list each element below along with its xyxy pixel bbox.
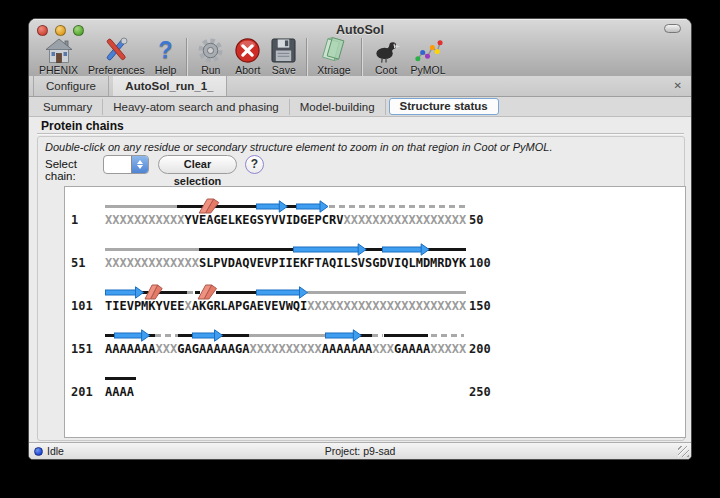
sequence-segment[interactable]: AKGRLAPGAEVEVWQI (192, 299, 308, 313)
structure-unmodeled-line[interactable] (105, 205, 177, 208)
tab-summary[interactable]: Summary (33, 99, 103, 115)
structure-helix-ribbon[interactable] (197, 284, 219, 300)
toolbar-label: Run (201, 64, 220, 76)
toolbar-toggle-button[interactable] (664, 24, 681, 33)
row-start-number: 1 (71, 213, 78, 227)
abort-button[interactable]: Abort (229, 36, 266, 76)
structure-disordered-dash[interactable] (372, 334, 383, 337)
molecule-icon (414, 37, 443, 64)
structure-loop-line[interactable] (221, 334, 251, 337)
sequence-segment[interactable]: SLPVDAQVEVPIIEKFTAQILSVSGDVIQLMDMRDYK (199, 256, 466, 270)
sequence-segment[interactable]: GAAAA (394, 342, 430, 356)
project-label: Project: p9-sad (29, 445, 691, 457)
structure-unmodeled-line[interactable] (105, 248, 199, 251)
tab-model-building[interactable]: Model-building (290, 99, 386, 115)
sequence-segment[interactable]: XXXXXXXXXXXXXXXXX (343, 213, 466, 227)
chain-select[interactable] (103, 155, 149, 174)
structure-disordered-dash[interactable] (155, 334, 179, 337)
select-chain-label: Select chain: (45, 158, 77, 182)
sequence-segment[interactable]: XXXXXXXXXX (250, 342, 322, 356)
row-end-number: 150 (469, 299, 491, 313)
sequence-text: XXXXXXXXXXXYVEAGELKEGSYVVIDGEPCRVXXXXXXX… (105, 213, 466, 227)
screen-background: AutoSol PHENIX (0, 0, 720, 498)
structure-unmodeled-line[interactable] (307, 291, 466, 294)
row-end-number: 250 (469, 385, 491, 399)
bird-icon (372, 37, 401, 64)
sequence-row: 201250AAAA (65, 369, 685, 412)
structure-disordered-dash[interactable] (187, 291, 194, 294)
structure-strand-arrow[interactable] (105, 286, 144, 299)
structure-loop-line[interactable] (216, 291, 258, 294)
house-icon (45, 37, 73, 64)
clear-selection-button[interactable]: Clear selection (158, 155, 237, 174)
tab-structure-status[interactable]: Structure status (389, 98, 499, 115)
structure-unmodeled-line[interactable] (249, 334, 326, 337)
sequence-segment[interactable]: X (184, 299, 191, 313)
chevron-updown-icon (131, 156, 148, 173)
sequence-segment[interactable]: XXX (372, 342, 394, 356)
gear-icon (197, 37, 224, 64)
sequence-text: XXXXXXXXXXXXXSLPVDAQVEVPIIEKFTAQILSVSGDV… (105, 256, 466, 270)
pymol-button[interactable]: PyMOL (406, 36, 451, 76)
row-end-number: 200 (469, 342, 491, 356)
autosol-window: AutoSol PHENIX (28, 18, 692, 460)
structure-disordered-dash[interactable] (329, 205, 466, 208)
preferences-button[interactable]: Preferences (83, 36, 150, 76)
sequence-panel: 150XXXXXXXXXXXYVEAGELKEGSYVVIDGEPCRVXXXX… (64, 186, 686, 438)
coot-button[interactable]: Coot (367, 36, 406, 76)
sequence-segment[interactable]: XXXXX (430, 342, 466, 356)
toolbar-separator (361, 38, 362, 76)
structure-loop-line[interactable] (384, 334, 429, 337)
run-button[interactable]: Run (192, 36, 229, 76)
row-end-number: 50 (469, 213, 483, 227)
structure-loop-line[interactable] (427, 248, 466, 251)
structure-loop-line[interactable] (199, 248, 296, 251)
structure-strand-arrow[interactable] (293, 243, 367, 256)
structure-disordered-dash[interactable] (431, 334, 463, 337)
sequence-text: AAAA (105, 385, 134, 399)
structure-strand-arrow[interactable] (114, 329, 150, 342)
close-tab-icon[interactable]: ✕ (674, 79, 682, 93)
status-bar: Idle Project: p9-sad (29, 442, 691, 459)
instruction-text: Double-click on any residue or secondary… (45, 141, 552, 153)
sequence-segment[interactable]: AAAA (105, 385, 134, 399)
tab-heavy-atom-search[interactable]: Heavy-atom search and phasing (103, 99, 290, 115)
toolbar-label: Xtriage (317, 64, 350, 76)
sequence-row: 151200AAAAAAAXXXGAGAAAAAGAXXXXXXXXXXAAAA… (65, 326, 685, 369)
floppy-icon (271, 37, 296, 64)
row-start-number: 201 (71, 385, 93, 399)
tools-icon (102, 37, 130, 64)
help-circle-button[interactable]: ? (245, 155, 264, 174)
structure-strand-arrow[interactable] (296, 200, 328, 213)
sequence-segment[interactable]: GAGAAAAAGA (177, 342, 249, 356)
sequence-row: 51100XXXXXXXXXXXXXSLPVDAQVEVPIIEKFTAQILS… (65, 240, 685, 283)
page-title: Protein chains (41, 119, 124, 133)
structure-loop-line[interactable] (105, 377, 136, 380)
resize-grip[interactable] (678, 446, 689, 457)
save-button[interactable]: Save (266, 36, 301, 76)
structure-strand-arrow[interactable] (256, 286, 308, 299)
sequence-segment[interactable]: XXXXXXXXXXX (105, 213, 184, 227)
toolbar-label: PyMOL (411, 64, 446, 76)
structure-strand-arrow[interactable] (382, 243, 430, 256)
sequence-segment[interactable]: AAAAAAA (105, 342, 156, 356)
xtriage-button[interactable]: Xtriage (312, 36, 355, 76)
sequence-segment[interactable]: XXXXXXXXXXXXX (105, 256, 199, 270)
structure-strand-arrow[interactable] (256, 200, 288, 213)
sequence-segment[interactable]: XXX (156, 342, 178, 356)
tab-autosol-run-1[interactable]: AutoSol_run_1_ (113, 76, 226, 96)
phenix-button[interactable]: PHENIX (34, 36, 83, 76)
toolbar-separator (306, 38, 307, 76)
structure-strand-arrow[interactable] (325, 329, 362, 342)
toolbar-label: Help (155, 64, 177, 76)
structure-helix-ribbon[interactable] (198, 198, 221, 214)
sequence-segment[interactable]: TIEVPMKYVEE (105, 299, 184, 313)
sequence-segment[interactable]: YVEAGELKEGSYVVIDGEPCRV (184, 213, 343, 227)
structure-loop-line[interactable] (365, 248, 384, 251)
tab-configure[interactable]: Configure (33, 76, 109, 96)
help-button[interactable]: ? Help (150, 36, 182, 76)
structure-strand-arrow[interactable] (192, 329, 223, 342)
sequence-segment[interactable]: XXXXXXXXXXXXXXXXXXXXXX (307, 299, 466, 313)
structure-helix-ribbon[interactable] (144, 284, 164, 300)
sequence-segment[interactable]: AAAAAAA (322, 342, 373, 356)
